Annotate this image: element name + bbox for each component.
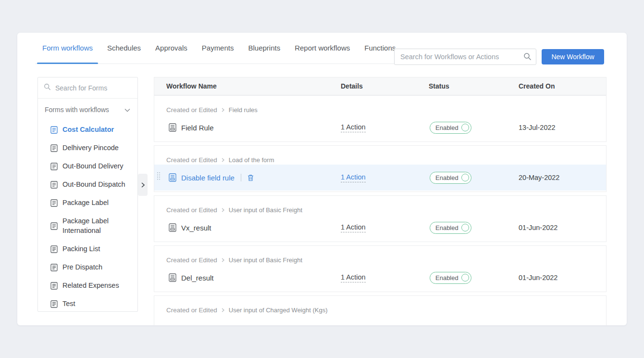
sidebar-item-label: Package Label [62, 198, 109, 208]
form-icon [50, 144, 58, 152]
status-toggle[interactable]: Enabled [430, 222, 471, 234]
workflow-groups: Created or Edited Field rules Field Rule… [154, 95, 607, 325]
form-icon [169, 173, 176, 182]
sidebar-item-related-expenses[interactable]: Related Expenses [38, 277, 137, 295]
form-icon [50, 300, 58, 308]
sidebar-item-label: Delhivery Pincode [62, 143, 119, 153]
breadcrumb-chevron-icon [222, 158, 224, 162]
workflows-table: Workflow Name Details Status Created On … [154, 77, 607, 325]
workflows-search-input[interactable] [394, 49, 536, 65]
action-count-link[interactable]: 1 Action [341, 173, 366, 182]
status-label: Enabled [435, 124, 458, 131]
form-icon [50, 264, 58, 271]
status-toggle[interactable]: Enabled [430, 122, 471, 134]
breadcrumb-chevron-icon [222, 308, 224, 312]
form-icon [50, 282, 58, 290]
sidebar-item-package-label-international[interactable]: Package Label International [38, 212, 137, 240]
workflow-group: Created or Edited Load of the form [154, 145, 607, 192]
toggle-knob-icon [461, 124, 469, 131]
sidebar-item-label: Test [62, 299, 75, 309]
workflow-name: Field Rule [181, 124, 214, 132]
form-icon [50, 222, 58, 230]
toggle-knob-icon [461, 274, 469, 281]
form-icon [50, 163, 58, 170]
sidebar-item-test[interactable]: Test [38, 295, 137, 312]
group-trigger: Created or Edited [166, 156, 217, 164]
workflow-group: Created or Edited User input of Charged … [154, 295, 607, 325]
sidebar-collapse-handle[interactable] [138, 174, 148, 196]
group-condition: Field rules [229, 106, 258, 114]
form-icon [50, 181, 58, 189]
tab-payments[interactable]: Payments [195, 33, 241, 64]
created-date: 13-Jul-2022 [519, 124, 606, 131]
column-header-status: Status [429, 82, 519, 90]
group-header: Created or Edited User input of Charged … [154, 296, 606, 314]
tab-approvals[interactable]: Approvals [148, 33, 195, 64]
action-count-link[interactable]: 1 Action [341, 273, 366, 282]
group-condition: User input of Basic Freight [229, 206, 302, 214]
sidebar-item-packing-list[interactable]: Packing List [38, 240, 137, 258]
drag-handle[interactable] [157, 172, 161, 183]
workflows-search [394, 49, 536, 65]
status-toggle[interactable]: Enabled [430, 172, 471, 184]
form-icon [50, 126, 58, 134]
sidebar-item-out-bound-delivery[interactable]: Out-Bound Delivery [38, 157, 137, 176]
tab-report-workflows[interactable]: Report workflows [287, 33, 357, 64]
forms-search-input[interactable] [55, 84, 132, 92]
tab-blueprints[interactable]: Blueprints [241, 33, 287, 64]
new-workflow-button[interactable]: New Workflow [542, 49, 604, 64]
workflows-panel: Form workflows Schedules Approvals Payme… [17, 33, 627, 325]
workflow-name: Vx_result [181, 224, 211, 232]
created-date: 20-May-2022 [519, 174, 606, 181]
form-icon [169, 123, 176, 132]
sidebar-item-pre-dispatch[interactable]: Pre Dispatch [38, 258, 137, 277]
created-date: 01-Jun-2022 [519, 224, 606, 231]
status-label: Enabled [435, 174, 458, 181]
forms-filter-label: Forms with workflows [45, 106, 109, 114]
sidebar-item-out-bound-dispatch[interactable]: Out-Bound Dispatch [38, 176, 137, 194]
divider [241, 174, 241, 181]
trash-icon[interactable] [248, 174, 254, 181]
toggle-knob-icon [461, 224, 469, 231]
workflow-row[interactable]: Vx_result 1 Action Enabled 01-Jun-2022 [154, 215, 606, 241]
status-label: Enabled [435, 224, 458, 231]
group-trigger: Created or Edited [166, 307, 217, 314]
action-count-link[interactable]: 1 Action [341, 223, 366, 232]
form-icon [169, 273, 176, 282]
group-condition: Load of the form [229, 156, 274, 164]
group-header: Created or Edited User input of Basic Fr… [154, 246, 606, 264]
group-trigger: Created or Edited [166, 256, 217, 264]
forms-search [38, 77, 137, 99]
group-trigger: Created or Edited [166, 206, 217, 214]
workflow-name[interactable]: Disable field rule [181, 174, 235, 182]
sidebar-item-package-label[interactable]: Package Label [38, 194, 137, 212]
action-count-link[interactable]: 1 Action [341, 123, 366, 132]
workflow-row[interactable]: Field Rule 1 Action Enabled 13-Jul-2022 [154, 115, 606, 141]
form-icon [50, 245, 58, 253]
forms-list: Cost Calculator Delhivery Pincode Out-Bo… [38, 121, 137, 312]
workflow-tabs: Form workflows Schedules Approvals Payme… [35, 33, 407, 64]
breadcrumb-chevron-icon [222, 108, 224, 112]
forms-filter-dropdown[interactable]: Forms with workflows [38, 99, 137, 121]
search-icon [523, 52, 532, 63]
drag-dots-icon [157, 172, 161, 181]
group-trigger: Created or Edited [166, 106, 217, 114]
workflow-group: Created or Edited Field rules Field Rule… [154, 95, 607, 142]
breadcrumb-chevron-icon [222, 258, 224, 262]
sidebar-item-label: Related Expenses [62, 281, 119, 291]
group-condition: User input of Basic Freight [229, 256, 302, 264]
tab-schedules[interactable]: Schedules [100, 33, 148, 64]
group-header: Created or Edited User input of Basic Fr… [154, 196, 606, 214]
sidebar-item-cost-calculator[interactable]: Cost Calculator [38, 121, 137, 139]
column-header-details: Details [341, 82, 429, 90]
chevron-down-icon [124, 106, 130, 114]
workflow-row-selected[interactable]: Disable field rule 1 Action [154, 165, 606, 191]
workflow-row[interactable]: Del_result 1 Action Enabled 01-Jun-2022 [154, 265, 606, 291]
sidebar-item-delhivery-pincode[interactable]: Delhivery Pincode [38, 139, 137, 157]
group-header: Created or Edited Field rules [154, 96, 606, 114]
group-header: Created or Edited Load of the form [154, 146, 606, 164]
column-header-created-on: Created On [519, 82, 606, 90]
tab-form-workflows[interactable]: Form workflows [35, 33, 100, 64]
workflow-name: Del_result [181, 274, 214, 282]
status-toggle[interactable]: Enabled [430, 272, 471, 284]
